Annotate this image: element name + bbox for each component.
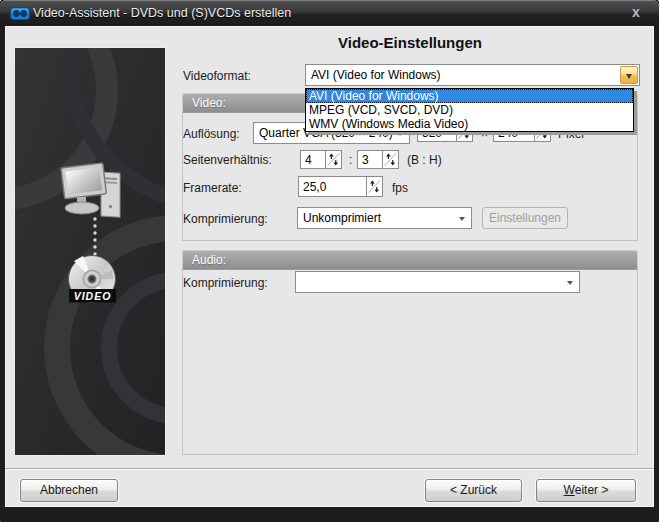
- window-title: Video-Assistent - DVDs und (S)VCDs erste…: [33, 0, 291, 26]
- videoformat-dropdown-list: AVI (Video for Windows) MPEG (VCD, SVCD,…: [305, 88, 634, 132]
- video-label-banner: VIDEO: [69, 289, 116, 303]
- chevron-down-icon: [459, 217, 465, 224]
- framerate-stepper[interactable]: [366, 176, 383, 197]
- dialog-content: VIDEO Video-Einstellungen Videoformat: A…: [5, 26, 654, 507]
- titlebar: Video-Assistent - DVDs und (S)VCDs erste…: [0, 0, 659, 26]
- wizard-art-panel: VIDEO: [14, 47, 166, 456]
- aspect-width-field[interactable]: 4: [300, 150, 326, 169]
- video-compression-value: Unkomprimiert: [303, 211, 381, 225]
- back-button[interactable]: < Zurück: [425, 479, 522, 502]
- video-label: VIDEO: [74, 290, 112, 302]
- audio-group-body: [182, 270, 638, 455]
- aspect-height-field[interactable]: 3: [357, 150, 383, 169]
- art-canvas: VIDEO: [15, 48, 165, 455]
- video-compression-label: Komprimierung:: [183, 212, 268, 226]
- audio-group-header: Audio:: [182, 250, 638, 270]
- next-button-rest: eiter >: [575, 483, 609, 497]
- video-compression-combobox[interactable]: Unkomprimiert: [297, 207, 472, 229]
- framerate-field[interactable]: 25,0: [298, 176, 367, 197]
- aspect-height-stepper[interactable]: [382, 150, 399, 169]
- aspect-suffix: (B : H): [407, 153, 442, 167]
- dropdown-option-avi[interactable]: AVI (Video for Windows): [306, 89, 633, 103]
- chevron-down-icon: [626, 74, 632, 82]
- page-title: Video-Einstellungen: [182, 34, 638, 51]
- close-icon[interactable]: x: [626, 3, 646, 23]
- aspect-ratio-label: Seitenverhältnis:: [183, 153, 272, 167]
- audio-compression-label: Komprimierung:: [183, 276, 268, 290]
- resolution-label: Auflösung:: [183, 127, 240, 141]
- framerate-label: Framerate:: [183, 181, 242, 195]
- videoformat-value: AVI (Video for Windows): [311, 68, 441, 82]
- dropdown-option-mpeg[interactable]: MPEG (VCD, SVCD, DVD): [306, 103, 633, 117]
- footer-separator: [5, 468, 654, 469]
- wizard-window: Video-Assistent - DVDs und (S)VCDs erste…: [0, 0, 659, 522]
- videoformat-combobox[interactable]: AVI (Video for Windows): [305, 64, 640, 86]
- videoformat-dropdown-button[interactable]: [620, 66, 638, 84]
- audio-compression-combobox[interactable]: [295, 271, 580, 293]
- next-button[interactable]: Weiter >: [536, 479, 636, 502]
- framerate-unit: fps: [392, 181, 408, 195]
- film-reel-icon: [10, 7, 30, 20]
- aspect-colon: :: [349, 153, 352, 167]
- videoformat-label: Videoformat:: [183, 69, 251, 83]
- chevron-down-icon: [567, 281, 573, 288]
- dropdown-option-wmv[interactable]: WMV (Windows Media Video): [306, 117, 633, 131]
- cancel-button[interactable]: Abbrechen: [20, 479, 118, 502]
- chevron-down-icon: [397, 132, 403, 139]
- next-button-accelerator: W: [564, 483, 575, 497]
- settings-button[interactable]: Einstellungen: [482, 207, 568, 229]
- aspect-width-stepper[interactable]: [325, 150, 342, 169]
